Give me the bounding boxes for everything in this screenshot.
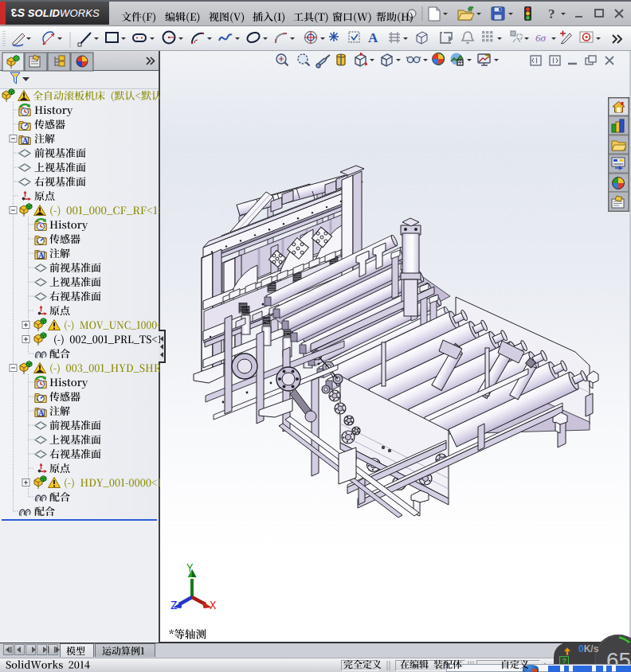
svg-text:?: ? [548, 6, 555, 21]
svg-text:Y: Y [186, 562, 194, 575]
svg-text:X: X [210, 600, 217, 612]
svg-text:A: A [368, 30, 378, 45]
svg-text:6σ: 6σ [535, 32, 547, 44]
svg-text:Z: Z [170, 600, 177, 612]
